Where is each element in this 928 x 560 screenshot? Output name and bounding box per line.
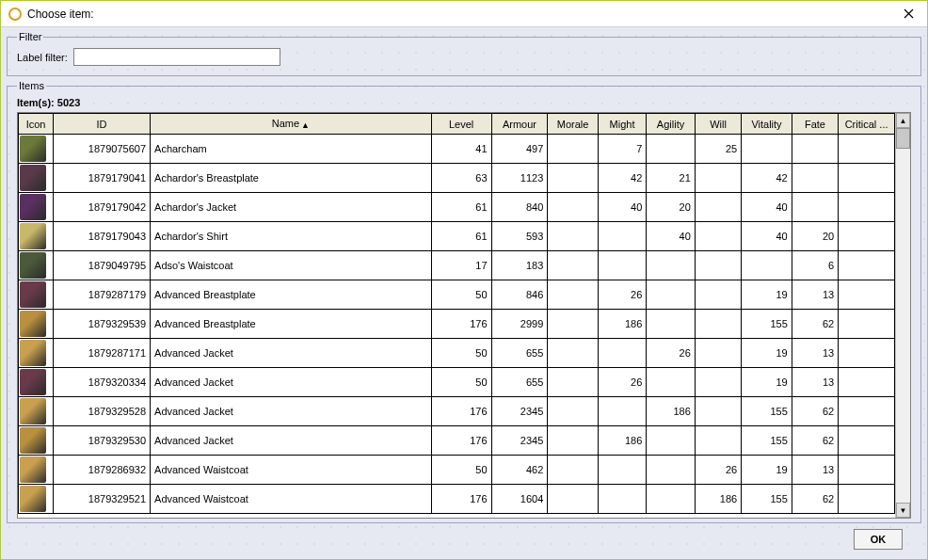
table-row[interactable]: 1879329528Advanced Jacket176234518615562 [19, 397, 895, 426]
col-id[interactable]: ID [54, 114, 151, 135]
cell-morale [548, 135, 599, 164]
cell-critical [839, 368, 895, 397]
item-icon-cell [19, 368, 54, 397]
cell-critical [839, 251, 895, 280]
cell-fate: 62 [792, 426, 838, 456]
vertical-scrollbar[interactable]: ▲ ▼ [895, 113, 910, 518]
cell-name: Advanced Jacket [151, 368, 432, 397]
cell-id: 1879179041 [54, 164, 151, 193]
col-armour[interactable]: Armour [491, 114, 548, 135]
cell-will [695, 193, 741, 222]
cell-level: 17 [431, 251, 491, 280]
filter-group: Filter Label filter: [7, 31, 921, 76]
item-icon [20, 340, 46, 366]
cell-armour: 462 [491, 456, 548, 485]
scroll-up-button[interactable]: ▲ [896, 113, 910, 128]
col-might[interactable]: Might [598, 114, 646, 135]
col-will[interactable]: Will [695, 114, 741, 135]
close-button[interactable] [889, 1, 927, 27]
cell-fate: 13 [792, 280, 838, 310]
cell-might: 26 [598, 280, 646, 310]
cell-id: 1879329539 [54, 310, 151, 339]
cell-might: 40 [598, 193, 646, 222]
ok-button[interactable]: OK [854, 529, 903, 550]
cell-id: 1879179042 [54, 193, 151, 222]
cell-name: Advanced Jacket [151, 426, 432, 456]
table-row[interactable]: 1879287171Advanced Jacket50655261913 [19, 339, 895, 368]
cell-armour: 2345 [491, 426, 548, 456]
cell-will [695, 426, 741, 456]
cell-name: Achardor's Breastplate [151, 164, 432, 193]
cell-will [695, 397, 741, 426]
cell-armour: 655 [491, 339, 548, 368]
table-row[interactable]: 1879075607Acharcham41497725 [19, 135, 895, 164]
item-icon-cell [19, 456, 54, 485]
col-morale[interactable]: Morale [548, 114, 599, 135]
cell-name: Achardor's Shirt [151, 222, 432, 251]
col-fate[interactable]: Fate [792, 114, 838, 135]
table-row[interactable]: 1879287179Advanced Breastplate5084626191… [19, 280, 895, 310]
filter-label: Label filter: [17, 52, 68, 63]
cell-morale [548, 222, 599, 251]
cell-might [598, 456, 646, 485]
item-icon-cell [19, 339, 54, 368]
label-filter-input[interactable] [73, 48, 280, 66]
item-icon [20, 427, 46, 454]
cell-fate: 13 [792, 368, 838, 397]
cell-will [695, 280, 741, 310]
cell-will [695, 339, 741, 368]
cell-might: 186 [598, 426, 646, 456]
scroll-down-button[interactable]: ▼ [896, 503, 910, 518]
scroll-track[interactable] [896, 128, 910, 503]
cell-name: Achardor's Jacket [151, 193, 432, 222]
cell-armour: 497 [491, 135, 548, 164]
cell-level: 50 [431, 456, 491, 485]
cell-critical [839, 397, 895, 426]
cell-fate: 13 [792, 456, 838, 485]
svg-point-0 [9, 8, 21, 20]
col-crit[interactable]: Critical ... [839, 114, 895, 135]
col-icon[interactable]: Icon [19, 114, 54, 135]
cell-morale [548, 310, 599, 339]
cell-will [695, 222, 741, 251]
col-level[interactable]: Level [431, 114, 491, 135]
item-icon [20, 136, 46, 162]
table-row[interactable]: 1879320334Advanced Jacket50655261913 [19, 368, 895, 397]
table-row[interactable]: 1879286932Advanced Waistcoat50462261913 [19, 456, 895, 485]
cell-armour: 655 [491, 368, 548, 397]
cell-name: Advanced Jacket [151, 339, 432, 368]
cell-fate: 62 [792, 397, 838, 426]
items-table: Icon ID Name▲ Level Armour Morale Might … [18, 113, 895, 514]
cell-morale [548, 456, 599, 485]
cell-level: 41 [431, 135, 491, 164]
cell-level: 63 [431, 164, 491, 193]
table-row[interactable]: 1879329521Advanced Waistcoat176160418615… [19, 485, 895, 514]
cell-will [695, 368, 741, 397]
cell-vitality: 155 [742, 426, 792, 456]
table-row[interactable]: 1879329530Advanced Jacket176234518615562 [19, 426, 895, 456]
table-row[interactable]: 1879049795Adso's Waistcoat171836 [19, 251, 895, 280]
cell-agility: 40 [647, 222, 695, 251]
item-icon [20, 281, 46, 308]
scroll-thumb[interactable] [896, 128, 910, 149]
item-icon [20, 369, 46, 395]
item-icon-cell [19, 135, 54, 164]
cell-morale [548, 368, 599, 397]
item-icon-cell [19, 397, 54, 426]
col-name[interactable]: Name▲ [151, 114, 432, 135]
cell-agility [647, 368, 695, 397]
cell-vitality: 40 [742, 193, 792, 222]
table-row[interactable]: 1879179042Achardor's Jacket61840402040 [19, 193, 895, 222]
col-vitality[interactable]: Vitality [742, 114, 792, 135]
cell-vitality: 19 [742, 339, 792, 368]
cell-vitality [742, 135, 792, 164]
cell-name: Acharcham [151, 135, 432, 164]
cell-fate [792, 135, 838, 164]
cell-critical [839, 456, 895, 485]
cell-vitality: 19 [742, 368, 792, 397]
cell-agility [647, 135, 695, 164]
table-row[interactable]: 1879329539Advanced Breastplate1762999186… [19, 310, 895, 339]
table-row[interactable]: 1879179043Achardor's Shirt61593404020 [19, 222, 895, 251]
table-row[interactable]: 1879179041Achardor's Breastplate63112342… [19, 164, 895, 193]
col-agility[interactable]: Agility [647, 114, 695, 135]
